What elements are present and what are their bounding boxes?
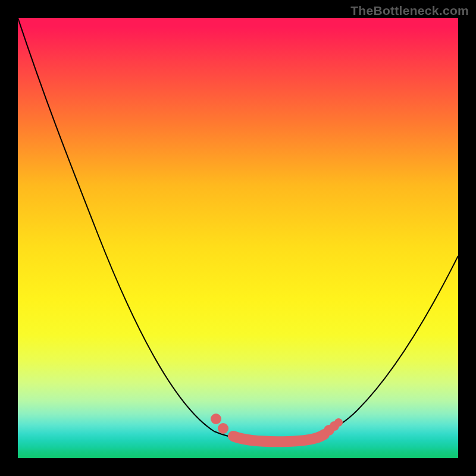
highlight-band (233, 434, 324, 441)
chart-plot-area (18, 18, 458, 458)
highlight-dot (211, 414, 221, 424)
highlight-dot (218, 423, 228, 434)
highlight-dot (334, 418, 343, 427)
watermark-text: TheBottleneck.com (350, 4, 469, 18)
bottleneck-curve (18, 18, 458, 440)
chart-svg (18, 18, 458, 458)
